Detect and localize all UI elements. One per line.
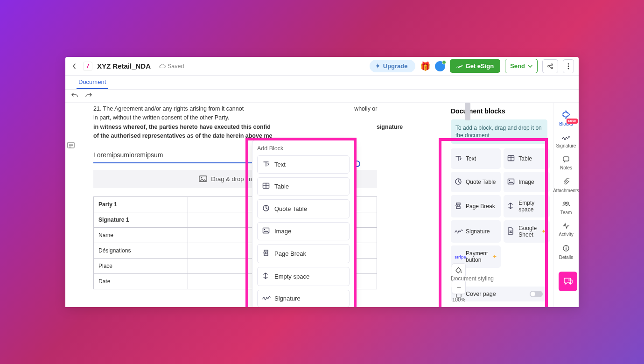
svg-point-2 — [551, 67, 553, 69]
more-menu-button[interactable] — [563, 59, 574, 73]
info-icon — [562, 245, 570, 254]
zoom-controls: ＋ 100% — [452, 263, 466, 302]
text-icon — [455, 155, 462, 163]
tab-strip: Document — [65, 76, 579, 90]
outline-icon[interactable] — [67, 142, 75, 150]
add-block-title: Add Block — [257, 145, 350, 152]
image-icon — [507, 178, 515, 186]
svg-point-19 — [564, 202, 566, 204]
empty-icon — [262, 272, 270, 281]
add-block-item-empty[interactable]: Empty space — [257, 267, 350, 286]
top-bar: / XYZ Retail_NDA Saved ✦ Upgrade 🎁 Get e… — [65, 57, 579, 76]
cover-page-toggle[interactable] — [530, 291, 543, 297]
svg-point-3 — [568, 63, 569, 64]
gsheet-icon — [507, 227, 515, 236]
undo-button[interactable] — [71, 92, 78, 100]
app-logo: / — [83, 62, 92, 71]
add-block-item-image[interactable]: Image — [257, 222, 350, 240]
svg-point-0 — [548, 65, 550, 67]
rail-item-attachments[interactable]: Attachments — [553, 174, 579, 197]
rail-item-signature[interactable]: Signature — [553, 130, 579, 152]
kebab-icon — [567, 63, 569, 70]
rail-item-team[interactable]: Team — [553, 197, 579, 219]
empty-icon — [507, 202, 515, 211]
chevron-down-icon — [528, 64, 532, 68]
rail-item-notes[interactable]: Notes — [553, 152, 579, 174]
add-block-popover: Add Block TextTableQuote TableImagePage … — [252, 140, 355, 307]
block-tile-text[interactable]: Text — [451, 148, 501, 169]
sparkle-icon: ✦ — [541, 228, 546, 235]
gift-icon[interactable]: 🎁 — [420, 61, 430, 71]
quote-icon — [455, 178, 462, 187]
main-area: 21. The Agreement and/or any rights aris… — [65, 103, 579, 307]
scrollbar-thumb[interactable] — [465, 103, 470, 120]
sparkle-icon: ✦ — [375, 63, 380, 70]
activity-icon — [562, 223, 570, 231]
attach-icon — [563, 178, 569, 187]
new-badge: New — [567, 119, 578, 124]
chat-fab[interactable] — [559, 272, 577, 291]
svg-point-16 — [509, 180, 510, 181]
signature-icon — [456, 63, 463, 69]
block-tile-table[interactable]: Table — [504, 148, 550, 169]
document-body: 21. The Agreement and/or any rights aris… — [93, 105, 411, 141]
image-icon — [199, 175, 207, 182]
pagebreak-icon — [262, 249, 270, 258]
pagebreak-icon — [455, 202, 462, 211]
get-esign-button[interactable]: Get eSign — [450, 59, 501, 73]
share-button[interactable] — [542, 59, 558, 73]
undo-redo-bar — [65, 90, 579, 103]
team-icon — [562, 201, 570, 209]
zoom-level: 100% — [452, 297, 465, 302]
paint-bucket-button[interactable] — [452, 263, 466, 277]
add-block-item-table[interactable]: Table — [257, 177, 350, 196]
send-button[interactable]: Send — [505, 59, 538, 73]
rail-item-activity[interactable]: Activity — [553, 219, 579, 241]
block-tile-empty[interactable]: Empty space — [504, 195, 550, 217]
svg-rect-18 — [563, 157, 569, 161]
back-icon[interactable] — [70, 60, 78, 73]
sparkle-icon: ✦ — [492, 253, 497, 260]
document-title: XYZ Retail_NDA — [97, 62, 151, 70]
app-window: / XYZ Retail_NDA Saved ✦ Upgrade 🎁 Get e… — [65, 57, 579, 307]
svg-point-8 — [201, 177, 203, 179]
text-icon — [262, 161, 270, 168]
signature-icon — [262, 295, 270, 302]
block-tile-signature[interactable]: Signature — [451, 220, 501, 243]
redo-button[interactable] — [85, 92, 92, 100]
stripe-icon: stripe — [455, 253, 462, 260]
user-avatar[interactable] — [435, 61, 445, 71]
cloud-icon — [159, 63, 166, 69]
zoom-add-button[interactable]: ＋ — [452, 280, 466, 294]
blocks-helper: To add a block, drag and drop it on the … — [451, 119, 547, 144]
add-block-item-signature[interactable]: Signature — [257, 290, 350, 307]
rail-item-details[interactable]: Details — [553, 241, 579, 264]
blocks-grid: TextTableQuote TableImagePage BreakEmpty… — [451, 148, 547, 268]
tab-document[interactable]: Document — [77, 76, 108, 89]
upgrade-button[interactable]: ✦ Upgrade — [370, 60, 415, 72]
svg-point-4 — [568, 65, 569, 67]
block-tile-pagebreak[interactable]: Page Break — [451, 195, 501, 217]
block-tile-quote[interactable]: Quote Table — [451, 172, 501, 192]
table-icon — [262, 182, 270, 190]
image-icon — [262, 227, 270, 235]
add-block-item-pagebreak[interactable]: Page Break — [257, 244, 350, 263]
block-tile-gsheet[interactable]: Google Sheet✦ — [504, 220, 550, 243]
add-block-item-quote[interactable]: Quote Table — [257, 199, 350, 218]
svg-point-12 — [264, 229, 265, 230]
svg-point-1 — [551, 63, 553, 65]
saved-status: Saved — [159, 63, 184, 70]
svg-point-5 — [568, 68, 569, 69]
notes-icon — [562, 156, 570, 164]
signature-icon — [562, 134, 570, 142]
svg-point-20 — [567, 202, 568, 204]
table-icon — [507, 155, 515, 163]
block-tile-image[interactable]: Image — [504, 172, 550, 192]
signature-icon — [455, 228, 462, 235]
svg-point-17 — [461, 272, 462, 273]
add-block-item-text[interactable]: Text — [257, 155, 350, 174]
quote-icon — [262, 204, 270, 213]
share-icon — [547, 63, 553, 70]
